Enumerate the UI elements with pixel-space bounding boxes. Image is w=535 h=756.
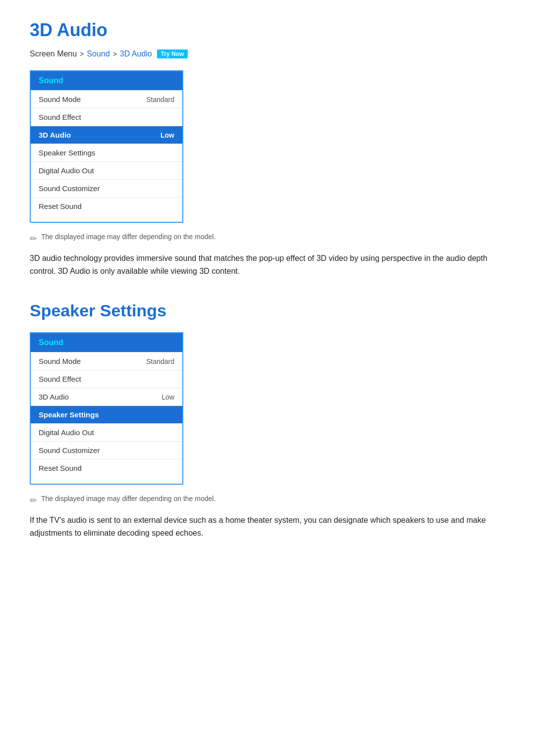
menu-header-2: Sound xyxy=(31,333,182,352)
pencil-icon-2: ✏ xyxy=(30,495,37,506)
menu-item-digital-audio-out-2[interactable]: Digital Audio Out xyxy=(31,423,182,441)
page-title: 3D Audio xyxy=(30,20,505,41)
menu-item-value: Low xyxy=(160,131,174,139)
menu-box-1: Sound Sound Mode Standard Sound Effect 3… xyxy=(30,70,183,223)
menu-item-label: Sound Effect xyxy=(39,375,81,383)
menu-item-label: Digital Audio Out xyxy=(39,428,94,437)
menu-item-sound-mode-2[interactable]: Sound Mode Standard xyxy=(31,352,182,370)
menu-item-value: Low xyxy=(161,393,174,401)
description-1: 3D audio technology provides immersive s… xyxy=(30,252,505,277)
menu-header-1: Sound xyxy=(31,71,182,90)
menu-item-digital-audio-out-1[interactable]: Digital Audio Out xyxy=(31,161,182,179)
menu-item-reset-sound-1[interactable]: Reset Sound xyxy=(31,197,182,215)
description-2: If the TV's audio is sent to an external… xyxy=(30,514,505,539)
menu-footer-1 xyxy=(31,215,182,222)
breadcrumb: Screen Menu > Sound > 3D Audio Try Now xyxy=(30,50,505,58)
menu-item-label: Sound Customizer xyxy=(39,184,100,193)
section2-title: Speaker Settings xyxy=(30,301,505,320)
breadcrumb-sep1: > xyxy=(80,50,84,58)
menu-item-3daudio-1[interactable]: 3D Audio Low xyxy=(31,126,182,144)
try-now-badge[interactable]: Try Now xyxy=(157,50,188,58)
breadcrumb-sound[interactable]: Sound xyxy=(87,50,109,58)
menu-item-label: Sound Mode xyxy=(39,357,81,365)
menu-item-sound-customizer-1[interactable]: Sound Customizer xyxy=(31,179,182,197)
menu-item-reset-sound-2[interactable]: Reset Sound xyxy=(31,459,182,477)
menu-footer-2 xyxy=(31,477,182,484)
breadcrumb-sep2: > xyxy=(113,50,117,58)
menu-item-sound-mode-1[interactable]: Sound Mode Standard xyxy=(31,90,182,108)
note-text-2: The displayed image may differ depending… xyxy=(41,495,215,503)
menu-item-label: 3D Audio xyxy=(39,131,71,139)
menu-item-label: Reset Sound xyxy=(39,464,82,472)
menu-item-label: Speaker Settings xyxy=(39,410,99,419)
pencil-icon-1: ✏ xyxy=(30,233,37,244)
menu-item-value: Standard xyxy=(146,357,174,365)
note-text-1: The displayed image may differ depending… xyxy=(41,233,215,241)
menu-item-sound-effect-2[interactable]: Sound Effect xyxy=(31,370,182,388)
note-row-2: ✏ The displayed image may differ dependi… xyxy=(30,495,505,506)
menu-item-label: Sound Mode xyxy=(39,95,81,103)
menu-box-2: Sound Sound Mode Standard Sound Effect 3… xyxy=(30,332,183,485)
menu-item-label: Sound Customizer xyxy=(39,446,100,454)
menu-item-label: Speaker Settings xyxy=(39,149,95,157)
menu-item-label: Reset Sound xyxy=(39,202,82,210)
menu-item-sound-effect-1[interactable]: Sound Effect xyxy=(31,108,182,126)
breadcrumb-screen-menu: Screen Menu xyxy=(30,50,77,58)
menu-item-speaker-settings-1[interactable]: Speaker Settings xyxy=(31,144,182,161)
menu-item-sound-customizer-2[interactable]: Sound Customizer xyxy=(31,441,182,459)
breadcrumb-3daudio[interactable]: 3D Audio xyxy=(120,50,152,58)
menu-item-speaker-settings-2[interactable]: Speaker Settings xyxy=(31,405,182,423)
note-row-1: ✏ The displayed image may differ dependi… xyxy=(30,233,505,244)
menu-item-3daudio-2[interactable]: 3D Audio Low xyxy=(31,388,182,405)
menu-item-label: 3D Audio xyxy=(39,393,69,401)
menu-item-label: Sound Effect xyxy=(39,113,81,121)
menu-item-label: Digital Audio Out xyxy=(39,166,94,175)
menu-item-value: Standard xyxy=(146,96,174,103)
